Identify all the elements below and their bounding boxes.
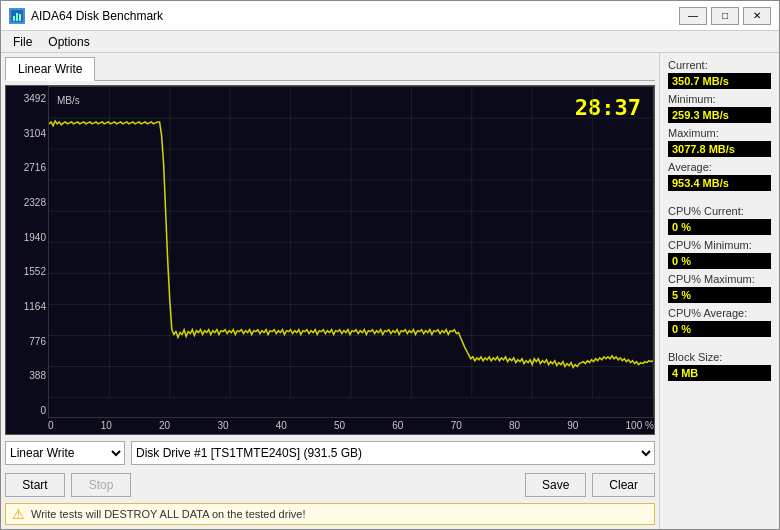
y-label-0: 0 xyxy=(8,406,46,416)
minimum-value: 259.3 MB/s xyxy=(668,107,771,123)
cpu-average-label: CPU% Average: xyxy=(668,307,771,319)
cpu-current-value: 0 % xyxy=(668,219,771,235)
cpu-average-value: 0 % xyxy=(668,321,771,337)
x-label-10: 10 xyxy=(101,420,112,434)
app-icon xyxy=(9,8,25,24)
warning-bar: ⚠ Write tests will DESTROY ALL DATA on t… xyxy=(5,503,655,525)
stat-cpu-average: CPU% Average: 0 % xyxy=(668,307,771,337)
tab-bar: Linear Write xyxy=(5,57,655,81)
main-content: Linear Write 3492 3104 2716 2328 1940 15… xyxy=(1,53,779,529)
divider-2 xyxy=(668,341,771,347)
cpu-maximum-value: 5 % xyxy=(668,287,771,303)
x-label-30: 30 xyxy=(217,420,228,434)
average-label: Average: xyxy=(668,161,771,173)
start-button[interactable]: Start xyxy=(5,473,65,497)
clear-button[interactable]: Clear xyxy=(592,473,655,497)
left-panel: Linear Write 3492 3104 2716 2328 1940 15… xyxy=(1,53,659,529)
x-label-20: 20 xyxy=(159,420,170,434)
stop-button[interactable]: Stop xyxy=(71,473,131,497)
cpu-current-label: CPU% Current: xyxy=(668,205,771,217)
chart-inner: 3492 3104 2716 2328 1940 1552 1164 776 3… xyxy=(6,86,654,434)
x-label-50: 50 xyxy=(334,420,345,434)
y-label-2328: 2328 xyxy=(8,198,46,208)
current-label: Current: xyxy=(668,59,771,71)
stat-cpu-current: CPU% Current: 0 % xyxy=(668,205,771,235)
menu-file[interactable]: File xyxy=(5,33,40,51)
y-axis: 3492 3104 2716 2328 1940 1552 1164 776 3… xyxy=(6,86,48,434)
svg-rect-1 xyxy=(13,16,15,21)
stat-cpu-minimum: CPU% Minimum: 0 % xyxy=(668,239,771,269)
stat-average: Average: 953.4 MB/s xyxy=(668,161,771,191)
cpu-maximum-label: CPU% Maximum: xyxy=(668,273,771,285)
stat-current: Current: 350.7 MB/s xyxy=(668,59,771,89)
x-label-90: 90 xyxy=(567,420,578,434)
y-label-1552: 1552 xyxy=(8,267,46,277)
test-type-select[interactable]: Linear Write Linear Read Random Write Ra… xyxy=(5,441,125,465)
x-label-60: 60 xyxy=(392,420,403,434)
x-label-0: 0 xyxy=(48,420,54,434)
y-label-388: 388 xyxy=(8,371,46,381)
title-controls: — □ ✕ xyxy=(679,7,771,25)
right-panel: Current: 350.7 MB/s Minimum: 259.3 MB/s … xyxy=(659,53,779,529)
save-button[interactable]: Save xyxy=(525,473,586,497)
menu-bar: File Options xyxy=(1,31,779,53)
warning-icon: ⚠ xyxy=(12,506,25,522)
x-axis: 0 10 20 30 40 50 60 70 80 90 100 % xyxy=(48,418,654,434)
title-bar: AIDA64 Disk Benchmark — □ ✕ xyxy=(1,1,779,31)
block-size-value: 4 MB xyxy=(668,365,771,381)
window-title: AIDA64 Disk Benchmark xyxy=(31,9,163,23)
grid-area: MB/s 28:37 xyxy=(48,86,654,418)
main-window: AIDA64 Disk Benchmark — □ ✕ File Options… xyxy=(0,0,780,530)
button-row: Start Stop Save Clear xyxy=(5,471,655,499)
average-value: 953.4 MB/s xyxy=(668,175,771,191)
chart-area: 3492 3104 2716 2328 1940 1552 1164 776 3… xyxy=(5,85,655,435)
x-label-40: 40 xyxy=(276,420,287,434)
x-label-70: 70 xyxy=(451,420,462,434)
warning-text: Write tests will DESTROY ALL DATA on the… xyxy=(31,508,306,520)
chart-svg xyxy=(49,87,653,417)
menu-options[interactable]: Options xyxy=(40,33,97,51)
cpu-minimum-label: CPU% Minimum: xyxy=(668,239,771,251)
chart-body: MB/s 28:37 xyxy=(48,86,654,434)
cpu-minimum-value: 0 % xyxy=(668,253,771,269)
stat-cpu-maximum: CPU% Maximum: 5 % xyxy=(668,273,771,303)
x-label-100: 100 % xyxy=(626,420,654,434)
svg-rect-2 xyxy=(16,13,18,21)
maximum-label: Maximum: xyxy=(668,127,771,139)
close-button[interactable]: ✕ xyxy=(743,7,771,25)
y-label-2716: 2716 xyxy=(8,163,46,173)
stat-block-size: Block Size: 4 MB xyxy=(668,351,771,381)
y-label-1940: 1940 xyxy=(8,233,46,243)
divider-1 xyxy=(668,195,771,201)
minimize-button[interactable]: — xyxy=(679,7,707,25)
stat-minimum: Minimum: 259.3 MB/s xyxy=(668,93,771,123)
y-label-3492: 3492 xyxy=(8,94,46,104)
title-bar-left: AIDA64 Disk Benchmark xyxy=(9,8,163,24)
tab-linear-write[interactable]: Linear Write xyxy=(5,57,95,81)
x-label-80: 80 xyxy=(509,420,520,434)
drive-select[interactable]: Disk Drive #1 [TS1TMTE240S] (931.5 GB) xyxy=(131,441,655,465)
block-size-label: Block Size: xyxy=(668,351,771,363)
y-label-1164: 1164 xyxy=(8,302,46,312)
stat-maximum: Maximum: 3077.8 MB/s xyxy=(668,127,771,157)
controls-row: Linear Write Linear Read Random Write Ra… xyxy=(5,439,655,467)
maximize-button[interactable]: □ xyxy=(711,7,739,25)
maximum-value: 3077.8 MB/s xyxy=(668,141,771,157)
current-value: 350.7 MB/s xyxy=(668,73,771,89)
y-label-776: 776 xyxy=(8,337,46,347)
y-label-3104: 3104 xyxy=(8,129,46,139)
minimum-label: Minimum: xyxy=(668,93,771,105)
svg-rect-3 xyxy=(19,14,21,21)
